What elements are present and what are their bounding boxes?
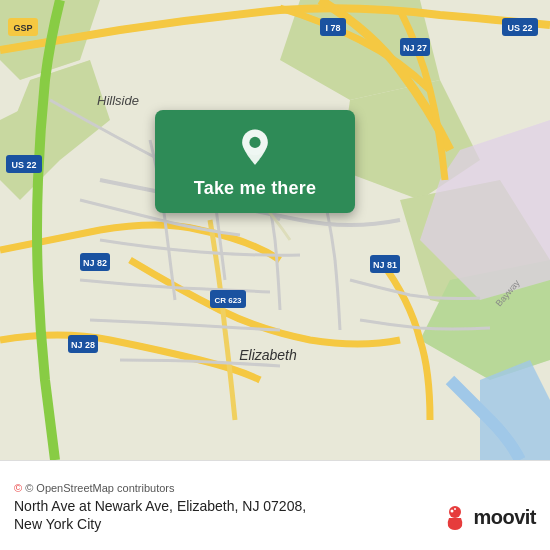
svg-text:Hillside: Hillside <box>97 93 139 108</box>
svg-text:NJ 27: NJ 27 <box>403 43 427 53</box>
copyright-symbol: © <box>14 482 22 494</box>
moovit-text: moovit <box>473 506 536 529</box>
location-pin-icon <box>235 128 275 168</box>
svg-point-33 <box>449 506 461 518</box>
svg-text:NJ 82: NJ 82 <box>83 258 107 268</box>
map-container: GSP US 22 NJ 82 NJ 28 CR 623 NJ 81 I 78 … <box>0 0 550 460</box>
take-me-there-button[interactable]: Take me there <box>194 178 316 199</box>
footer: © © OpenStreetMap contributors North Ave… <box>0 460 550 550</box>
svg-point-34 <box>451 509 454 512</box>
osm-credit: © © OpenStreetMap contributors <box>14 482 536 494</box>
svg-point-32 <box>249 137 260 148</box>
svg-text:US 22: US 22 <box>507 23 532 33</box>
svg-text:US 22: US 22 <box>11 160 36 170</box>
cta-overlay[interactable]: Take me there <box>155 110 355 213</box>
svg-point-35 <box>454 508 456 510</box>
moovit-icon <box>441 504 469 532</box>
svg-text:NJ 28: NJ 28 <box>71 340 95 350</box>
svg-text:Elizabeth: Elizabeth <box>239 347 297 363</box>
city-line: New York City <box>14 516 306 532</box>
svg-text:CR 623: CR 623 <box>214 296 242 305</box>
svg-text:GSP: GSP <box>13 23 32 33</box>
footer-bottom: North Ave at Newark Ave, Elizabeth, NJ 0… <box>14 498 536 532</box>
address-line: North Ave at Newark Ave, Elizabeth, NJ 0… <box>14 498 306 514</box>
address-block: North Ave at Newark Ave, Elizabeth, NJ 0… <box>14 498 306 532</box>
svg-text:I 78: I 78 <box>325 23 340 33</box>
svg-text:NJ 81: NJ 81 <box>373 260 397 270</box>
osm-text: © OpenStreetMap contributors <box>25 482 174 494</box>
moovit-logo: moovit <box>441 504 536 532</box>
